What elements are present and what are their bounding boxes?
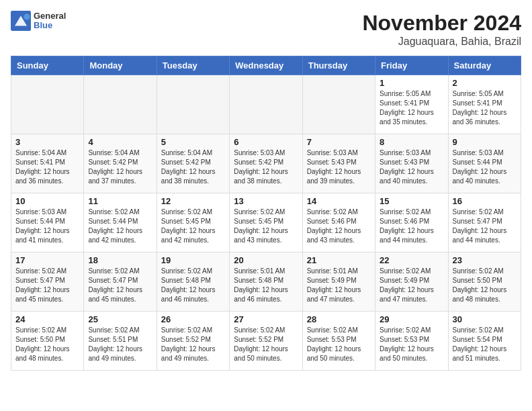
- calendar-day-cell: [230, 75, 302, 134]
- day-info: Sunrise: 5:02 AMSunset: 5:47 PMDaylight:…: [15, 267, 79, 304]
- calendar-day-cell: 16Sunrise: 5:02 AMSunset: 5:47 PMDayligh…: [448, 193, 521, 253]
- calendar-day-cell: 29Sunrise: 5:02 AMSunset: 5:53 PMDayligh…: [375, 312, 448, 371]
- day-info: Sunrise: 5:04 AMSunset: 5:41 PMDaylight:…: [15, 148, 79, 186]
- calendar-day-cell: 28Sunrise: 5:02 AMSunset: 5:53 PMDayligh…: [302, 312, 375, 371]
- page-header: General Blue November 2024 Jaguaquara, B…: [11, 11, 521, 48]
- day-info: Sunrise: 5:03 AMSunset: 5:44 PMDaylight:…: [15, 208, 79, 245]
- day-info: Sunrise: 5:02 AMSunset: 5:48 PMDaylight:…: [161, 267, 225, 304]
- calendar-day-cell: 6Sunrise: 5:03 AMSunset: 5:42 PMDaylight…: [230, 134, 302, 193]
- day-number: 28: [307, 314, 371, 324]
- calendar-week-row: 10Sunrise: 5:03 AMSunset: 5:44 PMDayligh…: [11, 193, 521, 253]
- calendar-day-cell: 13Sunrise: 5:02 AMSunset: 5:45 PMDayligh…: [230, 193, 302, 253]
- calendar-day-header: Friday: [375, 56, 448, 75]
- day-info: Sunrise: 5:03 AMSunset: 5:42 PMDaylight:…: [234, 148, 298, 186]
- logo-general: General: [34, 11, 66, 21]
- day-number: 27: [234, 314, 298, 324]
- day-info: Sunrise: 5:02 AMSunset: 5:46 PMDaylight:…: [307, 208, 371, 245]
- calendar-day-cell: 9Sunrise: 5:03 AMSunset: 5:44 PMDaylight…: [448, 134, 521, 193]
- day-info: Sunrise: 5:05 AMSunset: 5:41 PMDaylight:…: [453, 89, 517, 127]
- day-info: Sunrise: 5:02 AMSunset: 5:50 PMDaylight:…: [15, 326, 79, 363]
- calendar-day-cell: 27Sunrise: 5:02 AMSunset: 5:52 PMDayligh…: [230, 312, 302, 371]
- calendar-day-cell: 15Sunrise: 5:02 AMSunset: 5:46 PMDayligh…: [375, 193, 448, 253]
- day-info: Sunrise: 5:02 AMSunset: 5:47 PMDaylight:…: [88, 267, 152, 304]
- calendar-day-cell: 25Sunrise: 5:02 AMSunset: 5:51 PMDayligh…: [84, 312, 157, 371]
- calendar-day-cell: 12Sunrise: 5:02 AMSunset: 5:45 PMDayligh…: [157, 193, 229, 253]
- day-number: 14: [307, 196, 371, 206]
- day-number: 29: [380, 314, 443, 324]
- title-block: November 2024 Jaguaquara, Bahia, Brazil: [362, 11, 521, 48]
- day-number: 3: [15, 137, 79, 147]
- calendar-day-cell: 4Sunrise: 5:04 AMSunset: 5:42 PMDaylight…: [84, 134, 157, 193]
- day-number: 1: [380, 78, 443, 88]
- day-info: Sunrise: 5:02 AMSunset: 5:51 PMDaylight:…: [88, 326, 152, 363]
- calendar-day-cell: 22Sunrise: 5:02 AMSunset: 5:49 PMDayligh…: [375, 253, 448, 312]
- day-info: Sunrise: 5:02 AMSunset: 5:45 PMDaylight:…: [234, 208, 298, 245]
- logo-text: General Blue: [34, 11, 66, 31]
- page-subtitle: Jaguaquara, Bahia, Brazil: [362, 36, 521, 48]
- day-number: 30: [453, 314, 517, 324]
- day-number: 24: [15, 314, 79, 324]
- calendar-day-cell: 17Sunrise: 5:02 AMSunset: 5:47 PMDayligh…: [11, 253, 84, 312]
- calendar-week-row: 3Sunrise: 5:04 AMSunset: 5:41 PMDaylight…: [11, 134, 521, 193]
- calendar-day-header: Thursday: [302, 56, 375, 75]
- calendar-day-header: Tuesday: [157, 56, 229, 75]
- day-info: Sunrise: 5:02 AMSunset: 5:49 PMDaylight:…: [380, 267, 443, 304]
- day-info: Sunrise: 5:02 AMSunset: 5:45 PMDaylight:…: [161, 208, 225, 245]
- calendar-day-cell: [11, 75, 84, 134]
- calendar-day-cell: 21Sunrise: 5:01 AMSunset: 5:49 PMDayligh…: [302, 253, 375, 312]
- day-info: Sunrise: 5:02 AMSunset: 5:52 PMDaylight:…: [161, 326, 225, 363]
- day-number: 15: [380, 196, 443, 206]
- day-number: 5: [161, 137, 225, 147]
- day-info: Sunrise: 5:03 AMSunset: 5:43 PMDaylight:…: [380, 148, 443, 186]
- day-number: 12: [161, 196, 225, 206]
- day-number: 19: [161, 255, 225, 265]
- day-info: Sunrise: 5:02 AMSunset: 5:53 PMDaylight:…: [307, 326, 371, 363]
- day-info: Sunrise: 5:05 AMSunset: 5:41 PMDaylight:…: [380, 89, 443, 127]
- calendar-week-row: 24Sunrise: 5:02 AMSunset: 5:50 PMDayligh…: [11, 312, 521, 371]
- calendar-day-cell: [302, 75, 375, 134]
- calendar-day-cell: 24Sunrise: 5:02 AMSunset: 5:50 PMDayligh…: [11, 312, 84, 371]
- day-number: 10: [15, 196, 79, 206]
- day-number: 20: [234, 255, 298, 265]
- day-number: 8: [380, 137, 443, 147]
- calendar-day-cell: 2Sunrise: 5:05 AMSunset: 5:41 PMDaylight…: [448, 75, 521, 134]
- logo-blue: Blue: [34, 21, 66, 30]
- calendar-day-cell: 3Sunrise: 5:04 AMSunset: 5:41 PMDaylight…: [11, 134, 84, 193]
- logo-icon: [11, 11, 31, 31]
- calendar-day-cell: 1Sunrise: 5:05 AMSunset: 5:41 PMDaylight…: [375, 75, 448, 134]
- day-number: 11: [88, 196, 152, 206]
- calendar-week-row: 17Sunrise: 5:02 AMSunset: 5:47 PMDayligh…: [11, 253, 521, 312]
- page-title: November 2024: [362, 11, 521, 36]
- day-number: 25: [88, 314, 152, 324]
- calendar-day-cell: 18Sunrise: 5:02 AMSunset: 5:47 PMDayligh…: [84, 253, 157, 312]
- calendar-table: SundayMondayTuesdayWednesdayThursdayFrid…: [11, 56, 521, 371]
- calendar-day-cell: 20Sunrise: 5:01 AMSunset: 5:48 PMDayligh…: [230, 253, 302, 312]
- calendar-day-header: Wednesday: [230, 56, 302, 75]
- calendar-day-cell: 19Sunrise: 5:02 AMSunset: 5:48 PMDayligh…: [157, 253, 229, 312]
- calendar-day-cell: 11Sunrise: 5:02 AMSunset: 5:44 PMDayligh…: [84, 193, 157, 253]
- calendar-day-cell: 10Sunrise: 5:03 AMSunset: 5:44 PMDayligh…: [11, 193, 84, 253]
- calendar-day-cell: 7Sunrise: 5:03 AMSunset: 5:43 PMDaylight…: [302, 134, 375, 193]
- day-info: Sunrise: 5:04 AMSunset: 5:42 PMDaylight:…: [161, 148, 225, 186]
- calendar-day-cell: 26Sunrise: 5:02 AMSunset: 5:52 PMDayligh…: [157, 312, 229, 371]
- calendar-day-header: Monday: [84, 56, 157, 75]
- day-info: Sunrise: 5:02 AMSunset: 5:50 PMDaylight:…: [453, 267, 517, 304]
- day-info: Sunrise: 5:01 AMSunset: 5:49 PMDaylight:…: [307, 267, 371, 304]
- calendar-day-header: Saturday: [448, 56, 521, 75]
- day-number: 4: [88, 137, 152, 147]
- day-number: 9: [453, 137, 517, 147]
- calendar-day-cell: 14Sunrise: 5:02 AMSunset: 5:46 PMDayligh…: [302, 193, 375, 253]
- calendar-header-row: SundayMondayTuesdayWednesdayThursdayFrid…: [11, 56, 521, 75]
- calendar-day-cell: [157, 75, 229, 134]
- day-info: Sunrise: 5:02 AMSunset: 5:52 PMDaylight:…: [234, 326, 298, 363]
- day-number: 13: [234, 196, 298, 206]
- day-info: Sunrise: 5:03 AMSunset: 5:43 PMDaylight:…: [307, 148, 371, 186]
- calendar-day-cell: 30Sunrise: 5:02 AMSunset: 5:54 PMDayligh…: [448, 312, 521, 371]
- day-number: 7: [307, 137, 371, 147]
- calendar-day-cell: [84, 75, 157, 134]
- day-number: 22: [380, 255, 443, 265]
- calendar-day-cell: 23Sunrise: 5:02 AMSunset: 5:50 PMDayligh…: [448, 253, 521, 312]
- day-info: Sunrise: 5:02 AMSunset: 5:53 PMDaylight:…: [380, 326, 443, 363]
- day-info: Sunrise: 5:02 AMSunset: 5:44 PMDaylight:…: [88, 208, 152, 245]
- day-number: 16: [453, 196, 517, 206]
